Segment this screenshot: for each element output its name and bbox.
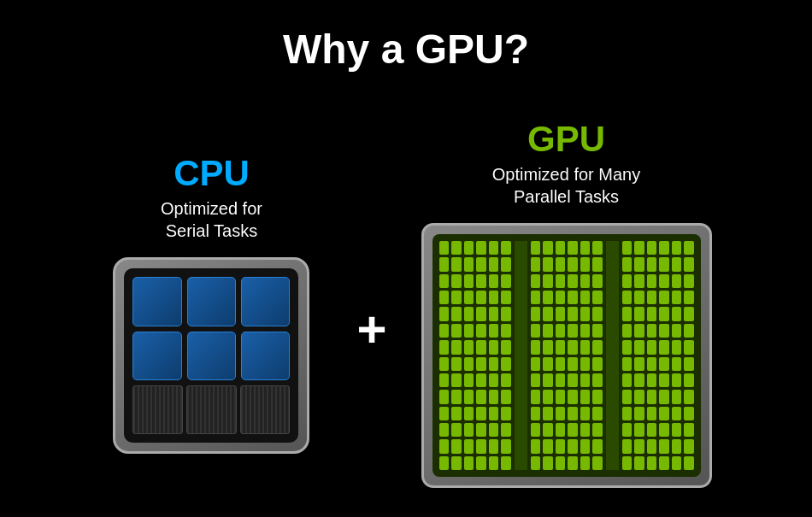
gpu-core — [439, 291, 450, 304]
gpu-core — [634, 291, 644, 304]
gpu-core — [568, 439, 578, 453]
gpu-core — [531, 241, 541, 255]
gpu-core — [556, 340, 566, 354]
gpu-core — [684, 291, 694, 304]
gpu-core — [501, 439, 511, 453]
gpu-core — [580, 241, 591, 255]
cpu-cache-1 — [132, 385, 183, 434]
gpu-core — [543, 307, 553, 320]
gpu-core — [647, 439, 657, 453]
gpu-core — [489, 407, 499, 420]
gpu-core — [647, 241, 657, 255]
gpu-core — [543, 257, 553, 271]
gpu-core — [647, 324, 657, 338]
gpu-core — [543, 357, 553, 371]
gpu-core — [451, 456, 462, 470]
gpu-core — [634, 307, 644, 320]
gpu-core — [634, 274, 644, 288]
cpu-chip — [113, 257, 309, 454]
gpu-core — [684, 357, 694, 371]
gpu-core — [556, 357, 566, 371]
gpu-core — [647, 390, 657, 403]
gpu-core — [568, 373, 578, 387]
gpu-core — [568, 291, 578, 304]
main-content: CPU Optimized for Serial Tasks — [0, 90, 812, 517]
gpu-core — [647, 373, 657, 387]
gpu-core — [647, 307, 657, 320]
gpu-core — [531, 423, 541, 437]
gpu-core — [531, 340, 541, 354]
gpu-core — [647, 407, 657, 420]
gpu-core — [501, 456, 511, 470]
gpu-core — [476, 274, 486, 288]
gpu-core — [634, 257, 644, 271]
gpu-core — [489, 324, 499, 338]
gpu-core — [684, 257, 694, 271]
gpu-core — [580, 456, 591, 470]
gpu-core — [647, 274, 657, 288]
gpu-core — [622, 307, 633, 320]
gpu-core — [672, 291, 682, 304]
gpu-core — [476, 439, 486, 453]
cpu-core-6 — [241, 332, 290, 381]
gpu-core — [556, 456, 566, 470]
gpu-core — [439, 407, 450, 420]
gpu-core — [556, 324, 566, 338]
gpu-core — [659, 274, 669, 288]
gpu-core — [659, 340, 669, 354]
gpu-core — [543, 373, 553, 387]
gpu-core — [672, 241, 682, 255]
gpu-core — [556, 291, 566, 304]
gpu-core — [501, 241, 511, 255]
gpu-core — [501, 307, 511, 320]
gpu-core — [476, 373, 486, 387]
gpu-core — [684, 324, 694, 338]
gpu-core — [672, 407, 682, 420]
gpu-core — [580, 274, 591, 288]
gpu-core — [531, 291, 541, 304]
gpu-core — [580, 357, 591, 371]
gpu-core — [592, 291, 603, 304]
gpu-core — [684, 407, 694, 420]
gpu-section: GPU Optimized for Many Parallel Tasks — [404, 119, 729, 488]
gpu-core — [464, 340, 474, 354]
gpu-core — [684, 390, 694, 403]
gpu-core — [489, 456, 499, 470]
gpu-core — [451, 407, 462, 420]
gpu-core — [659, 291, 669, 304]
gpu-core — [556, 373, 566, 387]
gpu-core — [501, 340, 511, 354]
plus-sign: + — [356, 300, 386, 359]
gpu-core — [531, 307, 541, 320]
gpu-core — [622, 257, 633, 271]
gpu-core — [659, 373, 669, 387]
gpu-core — [622, 439, 633, 453]
gpu-core — [622, 456, 633, 470]
gpu-core — [556, 423, 566, 437]
gpu-core — [543, 291, 553, 304]
gpu-core — [464, 423, 474, 437]
cpu-label: CPU — [174, 153, 250, 194]
gpu-core — [568, 241, 578, 255]
gpu-core — [451, 274, 462, 288]
gpu-core — [672, 324, 682, 338]
gpu-core — [622, 407, 633, 420]
gpu-core — [672, 439, 682, 453]
gpu-core — [476, 357, 486, 371]
gpu-core — [622, 291, 633, 304]
gpu-core — [568, 324, 578, 338]
gpu-core — [659, 439, 669, 453]
gpu-core — [659, 307, 669, 320]
gpu-core — [439, 241, 450, 255]
gpu-core — [684, 373, 694, 387]
gpu-core — [568, 407, 578, 420]
gpu-core — [489, 241, 499, 255]
gpu-core — [634, 456, 644, 470]
gpu-core — [543, 241, 553, 255]
gpu-core — [622, 324, 633, 338]
gpu-core — [592, 439, 603, 453]
cpu-cache-2 — [186, 385, 237, 434]
gpu-core — [439, 439, 450, 453]
gpu-core — [622, 357, 633, 371]
gpu-core — [672, 423, 682, 437]
